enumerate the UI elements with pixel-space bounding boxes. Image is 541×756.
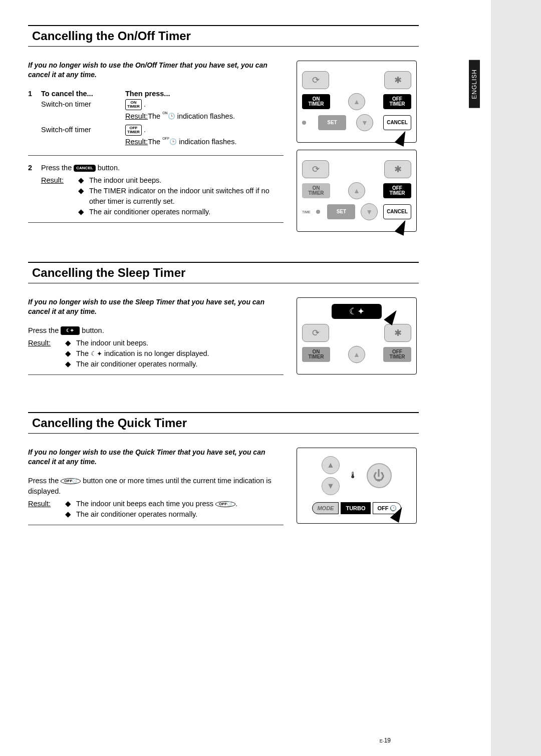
fan-icon: ✱	[384, 160, 411, 178]
off-timer-button-icon: OFF TIMER	[125, 125, 142, 136]
pointer-arrow-icon	[395, 129, 410, 147]
intro-text: If you no longer wish to use the Quick T…	[28, 448, 284, 467]
result-label: Result:	[125, 112, 148, 120]
sleep-step: Press the ☾✦ button. Result: ◆The indoor…	[28, 325, 284, 375]
result-text: The	[148, 138, 162, 146]
sleep-button-icon: ☾✦	[61, 326, 80, 335]
off-timer-button: OFF TIMER	[383, 183, 411, 198]
bullet-text: The air conditioner operates normally.	[89, 207, 210, 217]
up-arrow-icon: ▲	[348, 182, 365, 199]
press-text-a: Press the	[28, 477, 61, 485]
col-header-press: Then press...	[125, 89, 284, 99]
on-timer-button: ON TIMER	[302, 183, 330, 198]
section-quick-timer: Cancelling the Quick Timer If you no lon…	[28, 412, 466, 532]
on-superscript: ON	[162, 111, 168, 115]
bullet-text: The air conditioner operates normally.	[76, 509, 197, 520]
clock-icon: 🕒	[169, 139, 177, 146]
bullet-text-a: The	[76, 349, 91, 357]
down-arrow-icon: ▼	[356, 114, 373, 131]
diamond-bullet-icon: ◆	[65, 509, 71, 520]
diamond-bullet-icon: ◆	[65, 338, 71, 348]
clock-icon: 🕒	[168, 113, 175, 120]
fan-icon: ✱	[384, 71, 411, 89]
remote-figure-quick: ▲ ▼ 🌡 ⏻ MODE TURBO OFF🕒	[297, 448, 417, 524]
step-1: 1 To cancel the... Then press... Switch-…	[28, 89, 284, 156]
sleep-mode-button: ☾✦	[332, 304, 382, 319]
step2-text-b: button.	[98, 164, 120, 172]
moon-icon: ☾✦	[91, 350, 102, 357]
on-timer-button: ON TIMER	[302, 347, 330, 362]
cancel-button: CANCEL	[383, 115, 411, 130]
thermometer-icon: 🌡	[349, 470, 358, 481]
result-text-b: indication flashes.	[175, 112, 235, 120]
col-header-cancel: To cancel the...	[41, 89, 121, 99]
intro-text: If you no longer wish to use the On/Off …	[28, 61, 284, 80]
diamond-bullet-icon: ◆	[65, 348, 71, 359]
page-number: E-19	[380, 737, 391, 744]
bullet-text-b: .	[235, 500, 237, 508]
indicator-dot-icon	[316, 210, 320, 214]
step-number: 2	[28, 163, 36, 217]
section-title: Cancelling the On/Off Timer	[28, 25, 419, 47]
off-timer-button: OFF TIMER	[383, 347, 411, 362]
time-label: TIME	[302, 210, 311, 214]
result-label: Result:	[41, 175, 71, 217]
intro-text: If you no longer wish to use the Sleep T…	[28, 297, 284, 316]
result-label: Result:	[125, 138, 148, 146]
cancel-button: CANCEL	[383, 204, 411, 219]
power-icon: ⏻	[367, 463, 392, 488]
cancel-button-icon: CANCEL	[74, 165, 95, 172]
mode-button: MODE	[312, 502, 339, 514]
set-button: SET	[327, 204, 355, 219]
diamond-bullet-icon: ◆	[65, 359, 71, 369]
bullet-text: The indoor unit beeps.	[89, 175, 161, 186]
bullet-text-b: indication is no longer displayed.	[102, 349, 209, 357]
swing-icon: ⟳	[302, 324, 329, 342]
pointer-arrow-icon	[384, 307, 401, 325]
remote-figure-1: ⟳ ✱ ON TIMER ▲ OFF TIMER SET ▼ CANCEL	[297, 61, 417, 143]
temp-up-icon: ▲	[322, 456, 340, 474]
remote-figure-2: ⟳ ✱ ON TIMER ▲ OFF TIMER TIME SET ▼ CANC…	[297, 150, 417, 232]
result-text: The	[148, 112, 162, 120]
section-sleep-timer: Cancelling the Sleep Timer If you no lon…	[28, 262, 466, 382]
diamond-bullet-icon: ◆	[78, 186, 84, 207]
off-button-icon: OFF🕒	[61, 478, 81, 484]
temp-down-icon: ▼	[322, 477, 340, 495]
section-onoff-timer: Cancelling the On/Off Timer If you no lo…	[28, 25, 466, 232]
result-text-b: indication flashes.	[177, 138, 236, 146]
off-superscript: OFF	[162, 137, 169, 140]
turbo-button: TURBO	[341, 502, 370, 514]
swing-icon: ⟳	[302, 160, 329, 178]
bullet-text-a: The indoor unit beeps each time you pres…	[76, 500, 215, 508]
bullet-text: The TIMER indicator on the indoor unit s…	[89, 186, 284, 207]
section-title: Cancelling the Quick Timer	[28, 412, 419, 434]
up-arrow-icon: ▲	[348, 93, 365, 110]
step2-text-a: Press the	[41, 164, 74, 172]
off-button-icon: OFF🕒	[215, 501, 235, 507]
bullet-text: The indoor unit beeps.	[76, 338, 148, 348]
step-2: 2 Press the CANCEL button. Result: ◆The …	[28, 163, 284, 223]
diamond-bullet-icon: ◆	[78, 207, 84, 217]
off-timer-button: OFF TIMER	[383, 94, 411, 109]
press-text-b: button.	[82, 326, 104, 334]
result-label: Result:	[28, 338, 58, 369]
diamond-bullet-icon: ◆	[65, 499, 71, 509]
set-button: SET	[318, 115, 346, 130]
indicator-dot-icon	[302, 121, 306, 125]
quick-step: Press the OFF🕒 button one or more times …	[28, 476, 284, 525]
section-title: Cancelling the Sleep Timer	[28, 262, 419, 283]
remote-figure-sleep: ☾✦ ⟳ ✱ ON TIMER ▲ OFF TIMER	[297, 297, 417, 374]
result-label: Result:	[28, 499, 58, 520]
press-text-a: Press the	[28, 326, 61, 334]
step-number: 1	[28, 89, 37, 99]
bullet-text: The air conditioner operates normally.	[76, 359, 197, 369]
on-timer-button-icon: ON TIMER	[125, 99, 142, 110]
fan-icon: ✱	[384, 324, 411, 342]
diamond-bullet-icon: ◆	[78, 175, 84, 186]
language-tab: ENGLISH	[469, 60, 480, 108]
on-timer-button: ON TIMER	[302, 94, 330, 109]
up-arrow-icon: ▲	[348, 346, 365, 363]
switch-on-timer-label: Switch-on timer	[41, 99, 121, 122]
down-arrow-icon: ▼	[361, 203, 378, 220]
switch-off-timer-label: Switch-off timer	[41, 125, 121, 147]
